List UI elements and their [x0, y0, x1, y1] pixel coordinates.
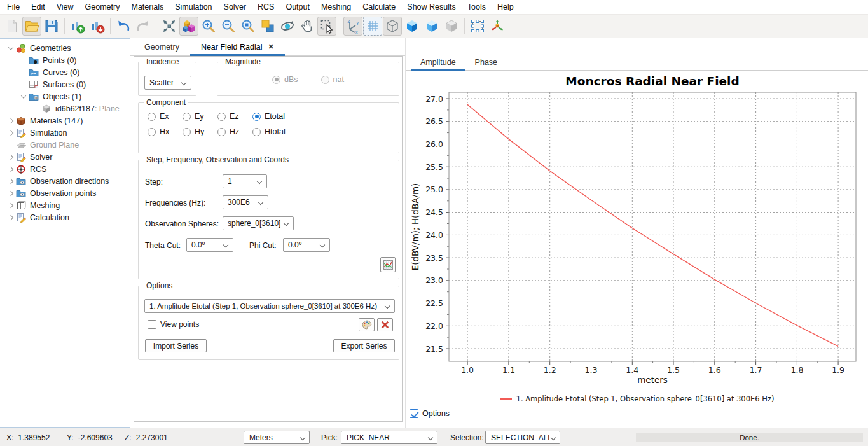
tree-item-geometries[interactable]: Geometries	[0, 42, 130, 54]
incidence-select[interactable]: Scatter	[144, 76, 191, 90]
menu-solver[interactable]: Solver	[218, 1, 252, 13]
tree-expand-icon[interactable]	[5, 192, 16, 195]
tree-expand-icon[interactable]	[5, 167, 16, 171]
radio-hy[interactable]: Hy	[183, 127, 217, 136]
units-select[interactable]: Meters	[244, 431, 310, 444]
radio-ey[interactable]: Ey	[183, 112, 217, 121]
menu-simulation[interactable]: Simulation	[169, 1, 217, 13]
tree-item-ground-plane[interactable]: Ground Plane	[0, 139, 130, 151]
menu-rcs[interactable]: RCS	[252, 1, 280, 13]
fit-view-button[interactable]	[160, 17, 179, 36]
radio-etotal[interactable]: Etotal	[252, 112, 316, 121]
menu-materials[interactable]: Materials	[125, 1, 169, 13]
show-grid-button[interactable]	[363, 17, 382, 36]
radio-ez[interactable]: Ez	[217, 112, 252, 121]
tree-item-solver[interactable]: Solver	[0, 151, 130, 163]
tree-expand-icon[interactable]	[5, 179, 16, 183]
menu-tools[interactable]: Tools	[462, 1, 492, 13]
tree-item-curves-0[interactable]: Curves (0)	[0, 66, 130, 78]
menu-show-results[interactable]: Show Results	[401, 1, 461, 13]
tree-expand-icon[interactable]	[5, 216, 16, 220]
import-plot-button[interactable]	[68, 17, 87, 36]
flat-view-button[interactable]	[442, 17, 461, 36]
selection-handles-button[interactable]	[468, 17, 487, 36]
radio-hx[interactable]: Hx	[148, 127, 183, 136]
menu-file[interactable]: File	[1, 1, 25, 13]
new-file-button[interactable]	[3, 17, 22, 36]
export-series-button[interactable]: Export Series	[333, 339, 395, 352]
tree-item-surfaces-0[interactable]: Surfaces (0)	[0, 78, 130, 90]
orbit-button[interactable]	[278, 17, 297, 36]
step-select[interactable]: 1	[223, 174, 267, 188]
tree-item-observation-directions[interactable]: Observation directions	[0, 175, 130, 187]
selection-select[interactable]: SELECTION_ALL	[485, 431, 560, 444]
show-plot-button[interactable]	[380, 257, 396, 272]
select-box-button[interactable]	[317, 17, 336, 36]
axis-gizmo-button[interactable]	[488, 17, 507, 36]
menu-edit[interactable]: Edit	[25, 1, 51, 13]
menu-geometry[interactable]: Geometry	[79, 1, 126, 13]
tree-expand-icon[interactable]	[5, 155, 16, 159]
radio-htotal[interactable]: Htotal	[252, 127, 316, 136]
close-tab-icon[interactable]: ✕	[268, 43, 273, 50]
menu-output[interactable]: Output	[280, 1, 315, 13]
zoom-window-button[interactable]	[238, 17, 258, 36]
redo-button[interactable]	[134, 17, 153, 36]
radio-button-icon[interactable]	[252, 128, 261, 136]
shaded-view-button[interactable]	[422, 17, 441, 36]
tree-item-calculation[interactable]: Calculation	[0, 211, 130, 223]
tree-expand-icon[interactable]	[5, 204, 16, 207]
tree-item-rcs[interactable]: RCS	[0, 163, 130, 175]
chart-tab-phase[interactable]: Phase	[465, 54, 507, 70]
zoom-in-button[interactable]	[199, 17, 218, 36]
save-file-button[interactable]	[42, 17, 61, 36]
tree-item-points-0[interactable]: Points (0)	[0, 54, 130, 66]
radio-hz[interactable]: Hz	[217, 127, 252, 136]
tree-item-meshing[interactable]: Meshing	[0, 199, 130, 211]
pick-select[interactable]: PICK_NEAR	[341, 431, 437, 444]
tree-expand-icon[interactable]	[5, 119, 16, 123]
view-points-checkbox[interactable]	[148, 320, 156, 329]
tree-item-objects-1[interactable]: Objects (1)	[0, 90, 130, 102]
tree-expand-icon[interactable]	[5, 131, 16, 135]
tab-near-field-radial[interactable]: Near Field Radial✕	[190, 38, 285, 55]
chart-tab-amplitude[interactable]: Amplitude	[411, 54, 465, 70]
frequencies-select[interactable]: 300E6	[223, 195, 268, 209]
observation-spheres-select[interactable]: sphere_0[3610]	[223, 216, 294, 230]
radio-ex[interactable]: Ex	[148, 112, 183, 121]
tree-collapse-icon[interactable]	[18, 95, 29, 99]
menu-calculate[interactable]: Calculate	[357, 1, 401, 13]
tree-collapse-icon[interactable]	[5, 46, 16, 50]
radio-button-icon[interactable]	[183, 113, 191, 121]
import-series-button[interactable]: Import Series	[145, 339, 207, 352]
export-plot-button[interactable]	[88, 17, 107, 36]
menu-meshing[interactable]: Meshing	[315, 1, 357, 13]
menu-help[interactable]: Help	[492, 1, 520, 13]
radio-button-icon[interactable]	[148, 113, 156, 121]
theta-cut-select[interactable]: 0.0º	[186, 238, 233, 252]
view-cubes-button[interactable]	[179, 17, 198, 36]
tree-item-simulation[interactable]: Simulation	[0, 127, 130, 139]
series-select[interactable]: 1. Amplitude Etotal (Step 1, Observation…	[144, 299, 395, 313]
zoom-out-button[interactable]	[219, 17, 238, 36]
wireframe-view-button[interactable]	[383, 17, 402, 36]
radio-button-icon[interactable]	[148, 128, 156, 136]
radio-button-icon[interactable]	[252, 113, 261, 121]
open-file-button[interactable]	[22, 17, 41, 36]
solid-view-button[interactable]	[403, 17, 422, 36]
delete-series-button[interactable]	[377, 318, 393, 331]
menu-view[interactable]: View	[51, 1, 79, 13]
bring-front-button[interactable]	[258, 17, 277, 36]
tree-item-materials-147[interactable]: Materials (147)	[0, 115, 130, 127]
show-axes-button[interactable]: ZYx	[343, 17, 362, 36]
series-color-button[interactable]	[359, 318, 375, 331]
radio-button-icon[interactable]	[183, 128, 191, 136]
tab-geometry[interactable]: Geometry	[134, 38, 190, 55]
chart-options-checkbox[interactable]	[410, 409, 418, 418]
pan-button[interactable]	[298, 17, 317, 36]
tree-item-observation-points[interactable]: Observation points	[0, 187, 130, 199]
tree-item-id6b62f187[interactable]: id6b62f187 : Plane	[0, 102, 130, 115]
phi-cut-select[interactable]: 0.0º	[283, 238, 330, 252]
radio-button-icon[interactable]	[217, 113, 226, 121]
radio-button-icon[interactable]	[217, 128, 226, 136]
